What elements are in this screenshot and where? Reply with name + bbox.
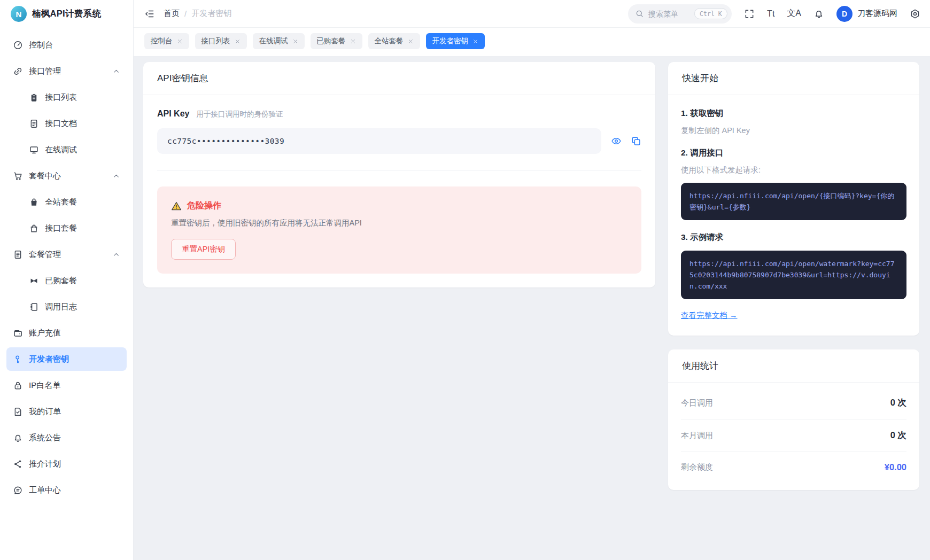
sidebar-group-api-management[interactable]: 接口管理	[6, 59, 127, 83]
breadcrumb-home[interactable]: 首页	[164, 9, 180, 19]
api-key-label: API Key	[157, 109, 189, 119]
search-box[interactable]: Ctrl K	[628, 4, 732, 24]
quickstart-step2-title: 2. 调用接口	[681, 147, 906, 159]
breadcrumb-separator: /	[184, 9, 187, 18]
full-docs-link[interactable]: 查看完整文档 →	[681, 310, 738, 321]
tab-site-packages[interactable]: 全站套餐	[368, 33, 420, 49]
close-icon[interactable]	[235, 38, 241, 44]
user-menu[interactable]: D 刀客源码网	[836, 6, 897, 22]
sidebar-group-package-center[interactable]: 套餐中心	[6, 164, 127, 188]
fullscreen-icon[interactable]	[744, 9, 755, 19]
stat-value-quota: ¥0.00	[885, 462, 906, 472]
tab-bar: 控制台 接口列表 在线调试 已购套餐 全站套餐 开发者密钥	[134, 28, 930, 57]
quickstart-step1-title: 1. 获取密钥	[681, 108, 906, 119]
notebook-icon	[29, 302, 39, 312]
sidebar-item-api-list[interactable]: 接口列表	[6, 85, 127, 109]
bag-solid-icon	[29, 197, 39, 207]
stat-row-remaining-quota: 剩余额度 ¥0.00	[681, 452, 906, 483]
sidebar-item-ip-whitelist[interactable]: IP白名单	[6, 374, 127, 397]
quickstart-title: 快速开始	[668, 62, 919, 95]
sidebar-group-package-management[interactable]: 套餐管理	[6, 243, 127, 266]
sidebar-item-site-packages[interactable]: 全站套餐	[6, 190, 127, 214]
right-column: 快速开始 1. 获取密钥 复制左侧的 API Key 2. 调用接口 使用以下格…	[668, 62, 919, 490]
doc-lines-icon	[13, 250, 23, 260]
quickstart-step1-desc: 复制左侧的 API Key	[681, 126, 906, 136]
usage-stats-card: 使用统计 今日调用 0 次 本月调用 0 次 剩余额度 ¥0.00	[668, 349, 919, 490]
quickstart-step3-title: 3. 示例请求	[681, 232, 906, 243]
bag-outline-icon	[29, 223, 39, 234]
quickstart-card: 快速开始 1. 获取密钥 复制左侧的 API Key 2. 调用接口 使用以下格…	[668, 62, 919, 336]
example-request-code-block: https://api.nfiii.com/api/open/watermark…	[681, 251, 906, 299]
main-column: 首页 / 开发者密钥 Ctrl K Tt 文A D 刀客源码网	[134, 0, 930, 560]
sidebar-item-ticket-center[interactable]: 工单中心	[6, 478, 127, 502]
sidebar-item-developer-key[interactable]: 开发者密钥	[6, 347, 127, 371]
search-input[interactable]	[648, 10, 690, 18]
tab-purchased-packages[interactable]: 已购套餐	[311, 33, 362, 49]
reset-api-key-button[interactable]: 重置API密钥	[171, 239, 236, 260]
search-shortcut-badge: Ctrl K	[694, 8, 727, 19]
usage-stats-title: 使用统计	[668, 349, 919, 383]
app-root: N 楠枫API计费系统 控制台 接口管理 接口列表 接口文档	[0, 0, 930, 560]
chevron-up-icon	[112, 251, 120, 259]
link-icon	[13, 66, 23, 76]
sidebar-item-api-docs[interactable]: 接口文档	[6, 112, 127, 135]
close-icon[interactable]	[177, 38, 183, 44]
sidebar-item-api-packages[interactable]: 接口套餐	[6, 216, 127, 240]
locale-switch-icon[interactable]: 文A	[787, 8, 801, 19]
notification-bell-icon[interactable]	[813, 9, 824, 19]
file-text-icon	[29, 119, 39, 129]
user-name: 刀客源码网	[857, 9, 897, 19]
close-icon[interactable]	[472, 38, 478, 44]
api-key-masked-value: cc775c••••••••••••••3039	[157, 128, 601, 154]
usage-stats-body: 今日调用 0 次 本月调用 0 次 剩余额度 ¥0.00	[668, 383, 919, 490]
close-icon[interactable]	[408, 38, 414, 44]
tab-api-list[interactable]: 接口列表	[195, 33, 247, 49]
lock-icon	[13, 380, 23, 391]
avatar: D	[836, 6, 852, 22]
sidebar: N 楠枫API计费系统 控制台 接口管理 接口列表 接口文档	[0, 0, 134, 560]
copy-icon[interactable]	[631, 136, 641, 146]
danger-zone-description: 重置密钥后，使用旧密钥的所有应用将无法正常调用API	[171, 218, 627, 228]
breadcrumb-current: 开发者密钥	[191, 9, 231, 19]
sidebar-item-account-recharge[interactable]: 账户充值	[6, 321, 127, 345]
sidebar-item-announcements[interactable]: 系统公告	[6, 426, 127, 449]
settings-gear-icon[interactable]	[910, 9, 920, 19]
stat-value: 0 次	[890, 430, 906, 441]
app-logo-icon: N	[11, 6, 27, 22]
api-key-row: cc775c••••••••••••••3039	[157, 128, 641, 154]
eye-icon[interactable]	[611, 136, 622, 146]
api-key-actions	[611, 136, 641, 146]
gauge-icon	[13, 40, 23, 50]
sidebar-item-console[interactable]: 控制台	[6, 33, 127, 57]
tab-online-debug[interactable]: 在线调试	[253, 33, 305, 49]
stat-value: 0 次	[890, 397, 906, 409]
sidebar-item-call-logs[interactable]: 调用日志	[6, 295, 127, 318]
tab-developer-key[interactable]: 开发者密钥	[426, 33, 485, 49]
clipboard-icon	[29, 92, 39, 103]
content-area: API密钥信息 API Key 用于接口调用时的身份验证 cc775c•••••…	[134, 57, 930, 560]
sidebar-item-referral-plan[interactable]: 推介计划	[6, 452, 127, 476]
close-icon[interactable]	[292, 38, 298, 44]
topbar: 首页 / 开发者密钥 Ctrl K Tt 文A D 刀客源码网	[134, 0, 930, 28]
close-icon[interactable]	[350, 38, 356, 44]
chevron-up-icon	[112, 67, 120, 75]
warning-triangle-icon	[171, 201, 182, 212]
section-divider	[157, 170, 641, 170]
ticket-icon	[29, 276, 39, 286]
sidebar-item-my-orders[interactable]: 我的订单	[6, 400, 127, 423]
sidebar-item-purchased-packages[interactable]: 已购套餐	[6, 269, 127, 292]
stat-row-today-calls: 今日调用 0 次	[681, 387, 906, 419]
app-logo[interactable]: N 楠枫API计费系统	[0, 0, 133, 28]
sidebar-collapse-icon[interactable]	[144, 9, 155, 19]
app-title: 楠枫API计费系统	[32, 8, 101, 20]
font-size-icon[interactable]: Tt	[767, 9, 774, 19]
file-check-icon	[13, 407, 23, 417]
api-key-heading: API Key 用于接口调用时的身份验证	[157, 109, 641, 119]
api-key-card-title: API密钥信息	[143, 62, 655, 95]
share-icon	[13, 459, 23, 469]
api-key-card-body: API Key 用于接口调用时的身份验证 cc775c•••••••••••••…	[143, 95, 655, 287]
sidebar-item-online-debug[interactable]: 在线调试	[6, 138, 127, 161]
key-icon	[13, 354, 23, 364]
cart-icon	[13, 171, 23, 181]
tab-console[interactable]: 控制台	[144, 33, 189, 49]
